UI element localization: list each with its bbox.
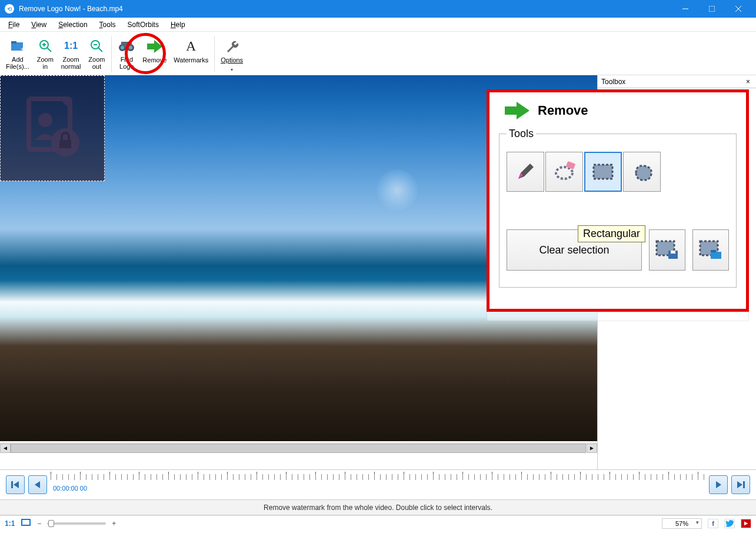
youtube-icon[interactable]: ▶ [741,519,751,528]
zoom-percent-dropdown[interactable]: 57% [662,518,702,529]
maximize-icon [709,6,715,12]
menu-help[interactable]: Help [165,19,191,31]
zoom-in-icon [38,36,52,56]
open-selection-button[interactable] [692,229,729,271]
toolbox-header: Toolbox × [598,75,756,88]
prev-frame-button[interactable] [28,475,47,494]
menu-tools[interactable]: Tools [94,19,122,31]
svg-rect-36 [711,250,716,252]
svg-marker-38 [14,481,19,488]
locked-image-icon [17,93,88,164]
menu-selection[interactable]: Selection [52,19,93,31]
toolbar-separator [111,36,112,72]
svg-rect-35 [711,252,721,259]
zoom-in-button[interactable]: Zoom in [33,34,58,73]
status-bar: 1:1 − + 57% f ▶ [0,515,756,531]
horizontal-scrollbar[interactable]: ◄ ► [0,442,597,453]
tools-fieldset: Tools Rectangular Clear selection [499,128,737,288]
scroll-track[interactable] [11,444,587,453]
step-forward-icon [714,480,723,489]
panel-edge [487,312,749,321]
save-selection-button[interactable] [649,229,685,271]
rectangle-tool-button[interactable] [584,152,622,192]
goto-end-button[interactable] [731,475,750,494]
tools-legend: Tools [507,128,536,140]
zoom-normal-icon: 1:1 [64,36,78,56]
binoculars-icon [118,36,135,56]
selection-open-icon [699,240,722,260]
pencil-tool-button[interactable] [507,152,544,192]
selection-save-icon [655,240,679,260]
lens-flare [377,169,418,211]
find-logo-button[interactable]: Find Logo [114,34,139,73]
add-files-icon: + [10,36,25,56]
options-button[interactable]: Options ▾ [217,34,247,73]
close-button[interactable] [725,0,751,18]
arrow-right-icon [504,101,531,121]
blob-icon [630,161,654,182]
freeform-tool-button[interactable] [623,152,661,192]
svg-marker-21 [59,99,70,109]
watermarks-button[interactable]: A Watermarks [170,34,212,73]
scroll-thumb[interactable] [11,444,586,453]
skip-start-icon [11,480,20,489]
svg-rect-33 [671,251,675,254]
timeline-track[interactable]: 00:00:00 00 [51,472,705,498]
next-frame-button[interactable] [709,475,728,494]
minimize-icon [682,6,688,12]
add-files-button[interactable]: + Add File(s)... [2,34,33,73]
toolbar: + Add File(s)... Zoom in 1:1 Zoom normal… [0,32,756,75]
svg-rect-44 [22,520,29,525]
svg-marker-19 [147,40,162,53]
menu-file[interactable]: File [2,19,25,31]
svg-rect-24 [59,140,71,148]
fit-screen-icon[interactable] [21,518,31,528]
goto-start-button[interactable] [6,475,25,494]
svg-marker-39 [35,481,40,488]
remove-button[interactable]: Remove [139,34,170,73]
window-title: Remove Logo Now! - Beach.mp4 [19,5,672,13]
svg-point-18 [129,46,132,49]
rectangle-select-icon [591,162,615,181]
info-text: Remove watermark from the whole video. D… [264,504,492,512]
zoom-out-button[interactable]: Zoom out [84,34,109,73]
title-bar: ⟲ Remove Logo Now! - Beach.mp4 [0,0,756,18]
menu-view[interactable]: View [25,19,52,31]
scroll-left-button[interactable]: ◄ [0,444,11,453]
text-a-icon: A [186,36,196,56]
zoom-slider-thumb[interactable] [48,520,54,527]
twitter-icon[interactable] [724,519,735,528]
svg-point-17 [121,46,124,49]
zoom-normal-button[interactable]: 1:1 Zoom normal [58,34,85,73]
toolbar-separator [214,36,215,72]
facebook-icon[interactable]: f [708,519,718,528]
ratio-label[interactable]: 1:1 [5,519,15,528]
zoom-plus-button[interactable]: + [112,519,116,528]
wrench-icon [225,36,239,56]
svg-line-12 [98,48,102,52]
step-back-icon [33,480,42,489]
tool-tooltip: Rectangular [578,225,645,242]
svg-rect-42 [743,481,745,488]
svg-rect-30 [594,165,612,179]
scroll-right-button[interactable]: ► [587,444,597,453]
maximize-button[interactable] [698,0,725,18]
app-icon: ⟲ [5,4,14,14]
minimize-button[interactable] [672,0,698,18]
svg-rect-16 [121,42,132,46]
zoom-slider[interactable] [47,522,106,525]
zoom-out-icon [89,36,104,56]
toolbox-close-button[interactable]: × [744,78,752,86]
svg-text:+: + [21,45,25,53]
svg-rect-37 [11,481,13,488]
lasso-tool-button[interactable] [545,152,583,192]
menu-softorbits[interactable]: SoftOrbits [122,19,165,31]
svg-rect-1 [709,6,715,12]
selection-rectangle[interactable] [0,75,105,181]
toolbox-callout: Remove Tools Rectangular Clear selection [487,89,749,312]
menu-bar: File View Selection Tools SoftOrbits Hel… [0,18,756,32]
pencil-icon [515,161,536,182]
skip-end-icon [736,480,745,489]
arrow-right-icon [146,36,164,56]
zoom-minus-button[interactable]: − [37,519,41,528]
